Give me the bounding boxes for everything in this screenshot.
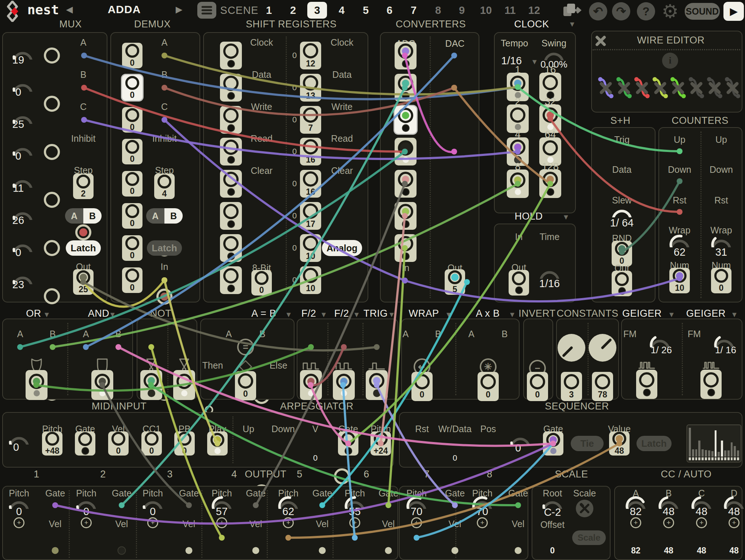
demux-slot-jack-0[interactable]: 0	[122, 43, 142, 68]
copy-scene-icon[interactable]	[562, 2, 582, 18]
out5-pitch-mod-plus[interactable]: +	[283, 517, 294, 528]
scene-button-8[interactable]: 8	[428, 2, 448, 19]
scale-quantize-button[interactable]: Scale	[572, 530, 606, 545]
dropdown-icon[interactable]: ▼	[445, 311, 452, 319]
section-header-geiger-12[interactable]: GEIGER	[686, 308, 726, 319]
counter1-wrap-knob[interactable]	[710, 233, 733, 247]
sh-slew-knob[interactable]	[610, 203, 634, 217]
sh-out-jack[interactable]	[612, 271, 632, 296]
constant-out-jack-0[interactable]: 3	[561, 372, 582, 401]
mux-knob-1[interactable]	[11, 78, 34, 92]
adc-bit-jack-5[interactable]	[395, 202, 417, 230]
cc-c-mod-plus[interactable]: +	[696, 517, 707, 528]
demux-slot-jack-1[interactable]: 0	[122, 75, 142, 100]
wire-delete-item-4[interactable]	[670, 76, 686, 99]
dropdown-icon[interactable]: ▼	[43, 311, 50, 319]
sr2-stage-jack-2[interactable]: 7	[300, 106, 321, 134]
sr2-stage-jack-1[interactable]: 13	[300, 74, 321, 102]
scene-button-12[interactable]: 12	[524, 2, 544, 19]
scene-button-2[interactable]: 2	[283, 2, 303, 19]
adc-bit-jack-2[interactable]	[395, 106, 417, 134]
sr2-port-Clock[interactable]	[334, 468, 350, 484]
sr1-stage-jack-3[interactable]	[220, 138, 242, 165]
seq-latch-button[interactable]: Latch	[636, 436, 672, 451]
sr1-stage-jack-6[interactable]	[220, 234, 242, 262]
invert-out-jack[interactable]: 0	[527, 372, 548, 401]
sr1-stage-jack-4[interactable]	[220, 170, 242, 198]
mux-out-jack[interactable]: 25	[73, 269, 94, 295]
next-patch-button[interactable]: ▶	[176, 4, 182, 15]
help-button[interactable]: ?	[637, 2, 655, 20]
adc-bit-jack-0[interactable]	[395, 42, 417, 69]
aeqb-out-jack[interactable]: 0	[235, 371, 256, 400]
prev-patch-button[interactable]: ◀	[66, 4, 73, 15]
redo-button[interactable]: ↷	[612, 2, 630, 20]
seq-gate-jack[interactable]	[543, 431, 563, 456]
scene-button-11[interactable]: 11	[500, 2, 520, 19]
not1-out-jack[interactable]	[140, 370, 162, 400]
dropdown-icon[interactable]: ▼	[320, 311, 327, 319]
mux-input-B[interactable]	[75, 224, 91, 240]
section-header-clock[interactable]: CLOCK	[514, 19, 549, 30]
and-out-jack[interactable]	[91, 370, 113, 400]
sr1-stage-jack-2[interactable]	[220, 106, 242, 134]
mux-knob-cv-socket-0[interactable]	[44, 47, 60, 64]
scene-button-1[interactable]: 1	[259, 2, 279, 19]
out4-pitch-mod-plus[interactable]: +	[216, 517, 227, 528]
adc-bit-jack-1[interactable]	[395, 74, 417, 102]
sr2-stage-jack-6[interactable]: 10	[300, 234, 321, 262]
dac-out-jack[interactable]: 5	[445, 269, 465, 295]
sound-button[interactable]: SOUND	[685, 3, 720, 20]
wire-delete-item-7[interactable]	[725, 76, 740, 99]
wire-delete-item-6[interactable]	[707, 76, 722, 99]
mux-knob-cv-socket-2[interactable]	[44, 144, 60, 160]
wire-delete-item-2[interactable]	[634, 76, 650, 99]
sr1-stage-jack-0[interactable]	[220, 42, 242, 69]
f2a-out-jack[interactable]	[300, 370, 322, 400]
adc-bit-jack-6[interactable]	[395, 234, 417, 262]
section-header-geiger-11[interactable]: GEIGER	[622, 308, 662, 319]
demux-ab-toggle[interactable]: AB	[146, 208, 183, 224]
sr1-stage-jack-5[interactable]	[220, 202, 242, 230]
seq-step-display[interactable]	[687, 424, 741, 462]
hold-out-jack[interactable]	[509, 270, 529, 296]
undo-button[interactable]: ↶	[589, 2, 607, 20]
or-out-jack[interactable]	[26, 370, 47, 400]
mux-knob-6[interactable]	[11, 238, 34, 252]
dropdown-icon[interactable]: ▼	[509, 311, 516, 319]
constant-knob-0[interactable]	[556, 332, 587, 363]
wire-delete-item-1[interactable]	[616, 76, 632, 99]
out8-pitch-mod-plus[interactable]: +	[477, 517, 488, 528]
sr2-stage-jack-7[interactable]: 10	[300, 266, 321, 294]
scene-button-6[interactable]: 6	[380, 2, 399, 19]
adc-bit-jack-4[interactable]	[395, 170, 417, 198]
mux-ab-toggle[interactable]: AB	[65, 208, 102, 224]
dropdown-icon[interactable]: ▼	[731, 311, 738, 319]
sh-rnd-jack[interactable]: 0	[612, 241, 632, 266]
hold-dropdown-icon[interactable]: ▼	[562, 213, 570, 221]
midi-pb-jack[interactable]: 0	[174, 431, 195, 456]
sr2-analog-toggle[interactable]: Analog	[322, 240, 362, 256]
scene-button-5[interactable]: 5	[356, 2, 376, 19]
sr1-8bit-jack[interactable]: 0	[251, 270, 272, 296]
constant-knob-1[interactable]	[587, 332, 618, 363]
wrap-out-jack[interactable]: 0	[411, 372, 433, 401]
f2b-out-jack[interactable]	[333, 370, 355, 400]
demux-output-B[interactable]	[156, 289, 172, 305]
sr2-stage-jack-0[interactable]: 12	[300, 42, 321, 69]
section-header-f2-4[interactable]: F/2	[301, 308, 316, 319]
seq-tie-button[interactable]: Tie	[571, 436, 604, 451]
swing-knob[interactable]	[542, 46, 566, 60]
sr2-stage-jack-5[interactable]: 17	[300, 202, 321, 230]
geiger1-out-jack[interactable]	[700, 370, 722, 399]
sr2-stage-jack-3[interactable]: 16	[300, 138, 321, 165]
clock-dropdown-icon[interactable]: ▼	[569, 20, 576, 28]
scale-edit-tools-icon[interactable]	[576, 500, 593, 517]
wire-delete-item-0[interactable]	[598, 76, 613, 99]
patch-menu-button[interactable]	[197, 2, 216, 19]
sr2-stage-jack-4[interactable]: 16	[300, 170, 321, 198]
settings-gear-icon[interactable]: ⚙	[662, 0, 679, 22]
demux-latch-button[interactable]: Latch	[147, 240, 182, 256]
arp-gate-jack[interactable]	[338, 431, 358, 456]
scene-button-3[interactable]: 3	[307, 2, 327, 19]
